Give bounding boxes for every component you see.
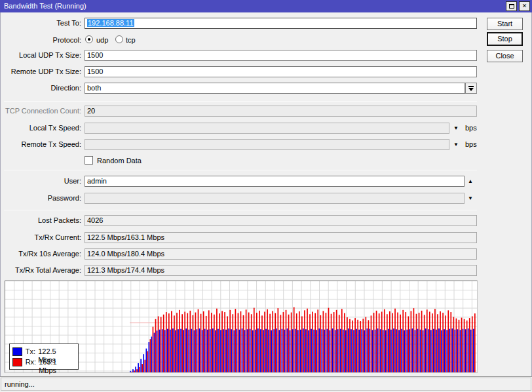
- test-to-label: Test To:: [0, 19, 81, 28]
- tcp-connection-count-input: 20: [85, 106, 477, 117]
- legend-row-rx: Rx: 163.1 Mbps: [12, 357, 75, 367]
- maximize-icon: [509, 4, 514, 9]
- dropdown-arrow-icon: [468, 88, 474, 91]
- titlebar[interactable]: Bandwidth Test (Running) ✕: [0, 0, 532, 12]
- local-udp-tx-size-input[interactable]: 1500: [85, 50, 477, 61]
- txrx-10s-average-label: Tx/Rx 10s Average:: [0, 250, 81, 258]
- remote-udp-tx-size-input[interactable]: 1500: [85, 66, 477, 77]
- chart-legend: Tx: 122.5 Mbps Rx: 163.1 Mbps: [9, 343, 79, 370]
- protocol-label: Protocol:: [0, 36, 81, 45]
- bandwidth-chart: Tx: 122.5 Mbps Rx: 163.1 Mbps: [5, 281, 478, 373]
- protocol-tcp-label: tcp: [126, 36, 136, 45]
- close-button[interactable]: Close: [487, 50, 523, 62]
- txrx-current-value: 122.5 Mbps/163.1 Mbps: [87, 233, 164, 241]
- password-label: Password:: [0, 194, 81, 203]
- direction-select[interactable]: both: [85, 83, 465, 94]
- direction-value: both: [87, 84, 101, 92]
- direction-label: Direction:: [0, 84, 81, 92]
- remote-tx-speed-input: [85, 139, 449, 150]
- direction-dropdown-button[interactable]: [465, 83, 477, 94]
- separator: [4, 170, 477, 170]
- txrx-10s-average-value: 124.0 Mbps/180.4 Mbps: [87, 250, 164, 258]
- separator: [4, 101, 477, 102]
- txrx-total-average-label: Tx/Rx Total Average:: [0, 266, 81, 275]
- lost-packets-value: 4026: [87, 216, 103, 224]
- local-tx-speed-label: Local Tx Speed:: [0, 124, 81, 132]
- stop-button[interactable]: Stop: [487, 32, 523, 46]
- maximize-button[interactable]: [506, 1, 517, 11]
- random-data-checkbox[interactable]: [85, 156, 93, 165]
- remote-udp-tx-size-value: 1500: [87, 68, 103, 75]
- user-collapse-icon[interactable]: ▲: [468, 179, 473, 184]
- remote-udp-tx-size-label: Remote UDP Tx Size:: [0, 68, 81, 76]
- local-tx-speed-input: [85, 123, 449, 134]
- random-data-label: Random Data: [97, 157, 142, 165]
- user-input[interactable]: admin: [85, 176, 465, 187]
- txrx-10s-average-field: 124.0 Mbps/180.4 Mbps: [85, 248, 477, 260]
- test-to-input[interactable]: 192.168.88.11: [85, 18, 477, 29]
- tcp-connection-count-label: TCP Connection Count:: [0, 107, 81, 115]
- local-udp-tx-size-value: 1500: [87, 51, 103, 59]
- start-button[interactable]: Start: [487, 18, 523, 30]
- dropdown-bar-icon: [468, 86, 474, 87]
- close-icon: ✕: [522, 3, 527, 9]
- tx-swatch-icon: [12, 347, 22, 356]
- remote-tx-speed-dropdown-icon[interactable]: ▼: [453, 142, 459, 147]
- window-title: Bandwidth Test (Running): [4, 0, 86, 12]
- rx-swatch-icon: [12, 358, 22, 366]
- status-text: running...: [1, 378, 531, 391]
- user-value: admin: [87, 177, 107, 185]
- legend-rx-label: Rx:: [26, 358, 37, 366]
- separator: [4, 210, 477, 210]
- bandwidth-test-window: Bandwidth Test (Running) ✕ Test To: 192.…: [0, 0, 532, 392]
- lost-packets-field: 4026: [85, 215, 477, 226]
- password-expand-icon[interactable]: ▼: [468, 196, 473, 201]
- user-label: User:: [0, 177, 81, 186]
- txrx-total-average-field: 121.3 Mbps/174.4 Mbps: [85, 265, 477, 276]
- status-bar: running...: [0, 376, 532, 392]
- protocol-tcp-radio[interactable]: [115, 35, 123, 43]
- lost-packets-label: Lost Packets:: [0, 216, 81, 225]
- remote-tx-speed-unit: bps: [465, 140, 477, 149]
- protocol-udp-label: udp: [96, 36, 108, 45]
- local-udp-tx-size-label: Local UDP Tx Size:: [0, 51, 81, 60]
- tcp-connection-count-value: 20: [87, 107, 95, 115]
- legend-row-tx: Tx: 122.5 Mbps: [12, 346, 75, 357]
- password-input: [85, 193, 465, 204]
- legend-tx-label: Tx:: [26, 347, 35, 356]
- protocol-udp-radio[interactable]: [85, 35, 93, 43]
- remote-tx-speed-label: Remote Tx Speed:: [0, 140, 81, 149]
- txrx-current-label: Tx/Rx Current:: [0, 233, 81, 242]
- local-tx-speed-unit: bps: [465, 124, 477, 132]
- txrx-total-average-value: 121.3 Mbps/174.4 Mbps: [87, 266, 164, 274]
- test-to-value: 192.168.88.11: [87, 19, 134, 27]
- close-window-button[interactable]: ✕: [519, 1, 530, 11]
- txrx-current-field: 122.5 Mbps/163.1 Mbps: [85, 232, 477, 243]
- local-tx-speed-dropdown-icon[interactable]: ▼: [453, 126, 459, 131]
- legend-tx-value: 122.5 Mbps: [38, 347, 75, 356]
- legend-rx-value: 163.1 Mbps: [39, 358, 75, 366]
